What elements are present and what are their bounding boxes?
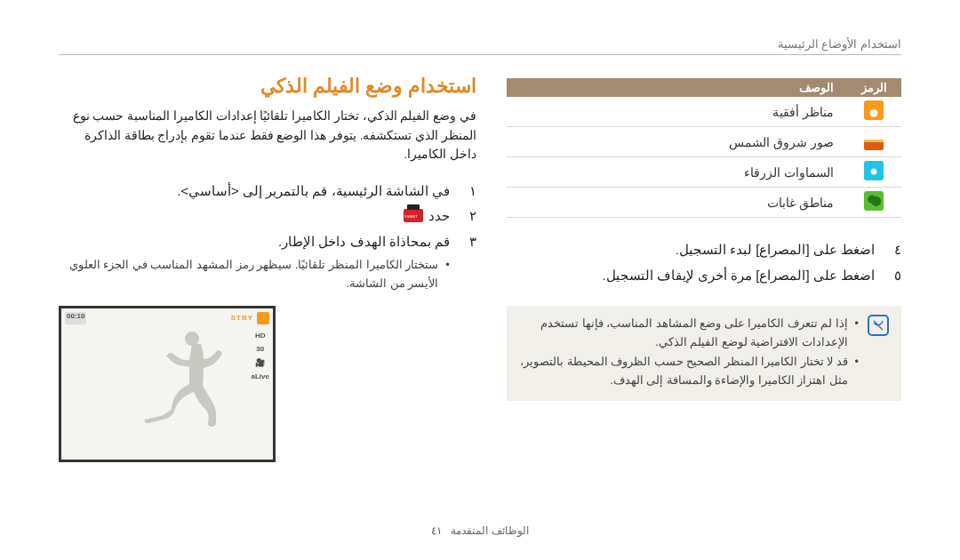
intro-paragraph: في وضع الفيلم الذكي، تختار الكاميرا تلقا… bbox=[59, 107, 476, 164]
row-desc: السماوات الزرقاء bbox=[507, 157, 846, 188]
camera-preview: STBY 00:10 HD 30 🎥 aLive bbox=[59, 306, 276, 462]
landscape-icon bbox=[864, 100, 884, 120]
footer-page-number: ٤١ bbox=[431, 524, 442, 537]
scene-icon bbox=[257, 312, 269, 324]
steps-list: ١ في الشاشة الرئيسية، قم بالتمرير إلى <أ… bbox=[59, 179, 476, 293]
step-number: ٢ bbox=[462, 204, 476, 229]
bullet-icon: • bbox=[855, 315, 859, 353]
page-title: استخدام وضع الفيلم الذكي bbox=[59, 75, 476, 98]
step-text: حدد bbox=[59, 204, 450, 229]
stby-label: STBY bbox=[231, 314, 253, 322]
note-item: قد لا تختار الكاميرا المنظر الصحيح حسب ا… bbox=[519, 353, 848, 391]
stby-indicator: STBY bbox=[231, 312, 269, 324]
step-number: ٥ bbox=[887, 263, 901, 289]
page-footer: الوظائف المتقدمة ٤١ bbox=[0, 524, 960, 537]
header-breadcrumb: استخدام الأوضاع الرئيسية bbox=[59, 37, 901, 55]
camera-side-badges: HD 30 🎥 aLive bbox=[252, 332, 269, 380]
alive-badge: aLive bbox=[252, 372, 269, 380]
fps-badge: 30 bbox=[256, 345, 264, 353]
note-box: •إذا لم تتعرف الكاميرا على وضع المشاهد ا… bbox=[507, 306, 901, 401]
row-desc: مناظر أفقية bbox=[507, 97, 846, 127]
step-number: ٤ bbox=[887, 237, 901, 263]
bluesky-icon bbox=[864, 161, 884, 180]
th-desc: الوصف bbox=[507, 78, 846, 97]
step-text: قم بمحاذاة الهدف داخل الإطار. bbox=[59, 229, 450, 255]
steps-list-continued: ٤ اضغط على [المصراع] لبدء التسجيل. ٥ اضغ… bbox=[507, 237, 901, 288]
step-text: في الشاشة الرئيسية، قم بالتمرير إلى <أسا… bbox=[59, 179, 450, 204]
sunrise-icon bbox=[864, 131, 884, 150]
step-text-inner: حدد bbox=[428, 208, 450, 223]
th-icon: الرمز bbox=[846, 78, 901, 97]
row-desc: مناطق غابات bbox=[507, 188, 846, 218]
step-text: اضغط على [المصراع] مرة أخرى لإيقاف التسج… bbox=[602, 263, 875, 289]
forest-icon bbox=[864, 191, 884, 211]
counter-label: 00:10 bbox=[65, 312, 86, 324]
bullet-icon: • bbox=[445, 256, 450, 293]
icon-table: الرمز الوصف مناظر أفقية صور شروق الشمس bbox=[507, 78, 901, 218]
footer-section: الوظائف المتقدمة bbox=[451, 524, 528, 537]
row-desc: صور شروق الشمس bbox=[507, 127, 846, 157]
bullet-icon: • bbox=[855, 353, 859, 391]
step-number: ٣ bbox=[462, 229, 476, 255]
sub-step-text: ستختار الكاميرا المنظر تلقائيًا. سيظهر ر… bbox=[59, 256, 438, 293]
hd-badge: HD bbox=[255, 332, 266, 340]
dancer-silhouette-icon bbox=[133, 326, 240, 451]
note-icon bbox=[868, 315, 889, 336]
step-number: ١ bbox=[462, 179, 476, 204]
step-text: اضغط على [المصراع] لبدء التسجيل. bbox=[676, 237, 875, 263]
svg-point-0 bbox=[185, 332, 199, 346]
smart-mode-icon bbox=[404, 209, 423, 222]
note-item: إذا لم تتعرف الكاميرا على وضع المشاهد ال… bbox=[519, 315, 848, 353]
